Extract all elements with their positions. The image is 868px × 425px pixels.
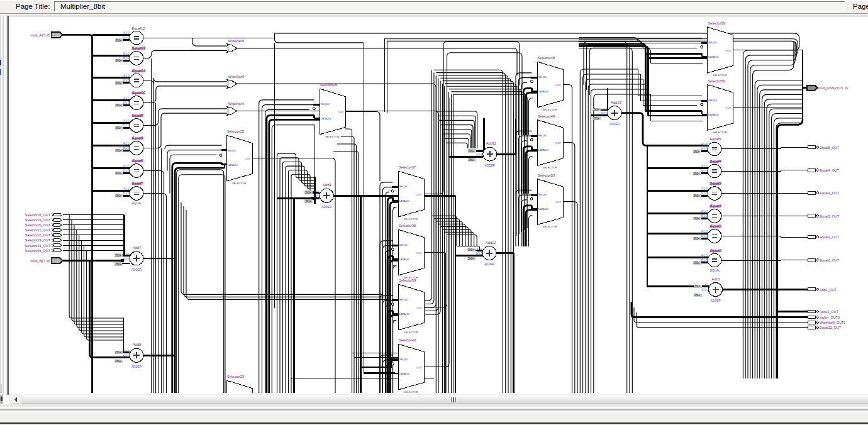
svg-text:SELECTOR: SELECTOR	[713, 131, 728, 134]
svg-text:2'h1+: 2'h1+	[116, 194, 122, 197]
svg-text:SEL(3:0: SEL(3:0	[399, 358, 409, 361]
svg-text:SELECTOR: SELECTOR	[232, 182, 247, 185]
svg-text:DATA(3:0: DATA(3:0	[321, 117, 331, 120]
svg-text:Selector19_OUT: Selector19_OUT	[25, 218, 51, 222]
svg-text:OUT: OUT	[416, 306, 423, 309]
svg-text:xight~_OUT0: xight~_OUT0	[820, 316, 840, 319]
svg-text:Add12: Add12	[486, 241, 496, 245]
svg-text:8(1:0: 8(1:0	[701, 192, 708, 195]
svg-text:4(1:0: 4(1:0	[701, 230, 708, 233]
svg-text:8(1:0: 8(1:0	[123, 192, 130, 195]
svg-text:DATA(3:0: DATA(3:0	[708, 55, 719, 58]
svg-text:4(1:0: 4(1:0	[123, 119, 130, 123]
svg-text:2'h1+: 2'h1+	[115, 254, 121, 257]
svg-text:Selector25_OUT: Selector25_OUT	[25, 249, 51, 253]
svg-text:Equal2_OUT: Equal2_OUT	[820, 214, 840, 218]
svg-text:Page Title:: Page Title:	[16, 3, 50, 10]
svg-text:4(1:0: 4(1:0	[123, 97, 130, 100]
svg-text:Equal6: Equal6	[131, 159, 143, 163]
svg-text:DATA(3:0: DATA(3:0	[538, 90, 549, 93]
svg-text:8(1:0: 8(1:0	[701, 170, 708, 173]
svg-text:EQUAL: EQUAL	[132, 202, 142, 205]
svg-text:4(1:0: 4(1:0	[701, 143, 708, 146]
svg-text:mult_A(7..0): mult_A(7..0)	[30, 33, 50, 37]
svg-text:8(1:0: 8(1:0	[701, 235, 708, 238]
svg-text:Selector53: Selector53	[538, 174, 555, 177]
svg-text:ADDER: ADDER	[609, 123, 620, 126]
svg-text:8(3:0: 8(3:0	[476, 252, 482, 255]
svg-text:4(1:0: 4(1:0	[701, 187, 708, 190]
svg-text:2'h1+: 2'h1+	[593, 117, 599, 120]
svg-text:2'h1+: 2'h1+	[116, 104, 122, 107]
svg-text:Equal0_OUT: Equal0_OUT	[820, 258, 840, 262]
svg-text:2'h1+: 2'h1+	[469, 158, 475, 162]
svg-text:2'h1+: 2'h1+	[694, 217, 700, 220]
svg-text:2'h1+: 2'h1+	[116, 172, 122, 175]
svg-text:SEL(3:0: SEL(3:0	[708, 99, 718, 102]
svg-text:Add7: Add7	[133, 246, 141, 250]
svg-text:SELECTOR: SELECTOR	[543, 225, 557, 228]
svg-text:Selector26: Selector26	[320, 83, 337, 87]
svg-text:8(3:0: 8(3:0	[476, 153, 483, 157]
svg-text:SEL(3:0: SEL(3:0	[228, 149, 237, 152]
svg-text:2'h1+: 2'h1+	[469, 150, 475, 153]
svg-text:8(1:0: 8(1:0	[123, 79, 130, 82]
svg-text:2'h1+: 2'h1+	[468, 257, 474, 260]
svg-text:8(1:0: 8(1:0	[701, 214, 708, 218]
svg-text:2'h1+: 2'h1+	[115, 360, 121, 363]
svg-text:Add8: Add8	[133, 343, 141, 346]
svg-text:4(1:0: 4(1:0	[123, 142, 130, 145]
svg-text:SEL(3:0: SEL(3:0	[321, 102, 330, 106]
svg-text:DATA(3:0: DATA(3:0	[228, 163, 238, 167]
svg-text:WideNor5: WideNor5	[228, 75, 244, 79]
svg-text:8(1:0: 8(1:0	[123, 169, 130, 172]
svg-text:DATA(3:0: DATA(3:0	[399, 312, 410, 316]
svg-text:SELECTOR: SELECTOR	[404, 390, 418, 394]
svg-text:ADDER: ADDER	[321, 206, 332, 209]
svg-text:SELECTOR: SELECTOR	[404, 218, 418, 221]
svg-text:2'h1+: 2'h1+	[116, 149, 122, 152]
svg-text:Selector24_OUT: Selector24_OUT	[25, 244, 51, 248]
svg-text:8(3:0: 8(3:0	[702, 289, 709, 292]
svg-text:DATA(3:0: DATA(3:0	[399, 372, 410, 375]
svg-text:Add11: Add11	[486, 141, 496, 145]
svg-text:2'h1+: 2'h1+	[694, 237, 700, 240]
svg-text:EQUAL: EQUAL	[710, 269, 720, 272]
svg-text:OUT: OUT	[555, 141, 562, 145]
svg-text:Equal7: Equal7	[131, 182, 143, 185]
svg-text:Equal8: Equal8	[131, 114, 143, 118]
svg-text:2'h1+: 2'h1+	[694, 150, 700, 153]
svg-text:WideNor4: WideNor4	[228, 102, 244, 106]
svg-text:SEL(3:0: SEL(3:0	[399, 243, 409, 246]
svg-text:8(3:0: 8(3:0	[313, 195, 320, 198]
svg-text:DATA(3:0: DATA(3:0	[399, 258, 410, 261]
svg-text:2'h1+: 2'h1+	[116, 126, 122, 130]
svg-text:DATA(3:0: DATA(3:0	[399, 199, 410, 202]
svg-text:Selector49: Selector49	[538, 114, 555, 118]
svg-text:4(1:0: 4(1:0	[123, 165, 130, 168]
svg-text:Equal3: Equal3	[709, 182, 721, 185]
svg-text:Selector18_OUT: Selector18_OUT	[25, 213, 51, 217]
svg-text:Selector20_OUT: Selector20_OUT	[25, 223, 51, 227]
svg-text:DATA(3:0: DATA(3:0	[538, 207, 549, 211]
svg-text:ADDER: ADDER	[711, 299, 721, 302]
svg-text:2'h1+: 2'h1+	[694, 285, 701, 288]
svg-text:Equal5: Equal5	[710, 137, 721, 141]
svg-text:2'h1+: 2'h1+	[116, 39, 122, 42]
svg-text:Selector22_OUT: Selector22_OUT	[25, 233, 51, 237]
svg-text:8(3:0: 8(3:0	[123, 258, 130, 261]
svg-text:2'h1+: 2'h1+	[468, 248, 474, 251]
svg-text:2'h1+: 2'h1+	[694, 194, 700, 197]
svg-text:8(1:0: 8(1:0	[123, 57, 130, 60]
svg-text:mult_product(15..0): mult_product(15..0)	[818, 86, 848, 90]
svg-text:Equal10: Equal10	[131, 69, 145, 73]
svg-text:Selector25: Selector25	[227, 130, 244, 133]
svg-text:2'h1+: 2'h1+	[116, 82, 122, 85]
svg-text:2'h1+: 2'h1+	[694, 294, 701, 297]
svg-text:4(1:0: 4(1:0	[123, 74, 130, 77]
svg-text:ADDER: ADDER	[131, 268, 142, 272]
svg-text:Equal4: Equal4	[709, 160, 721, 163]
svg-text:Equal13: Equal13	[131, 47, 145, 50]
svg-text:OUT: OUT	[555, 84, 562, 87]
svg-text:Equal4_OUT: Equal4_OUT	[820, 168, 840, 172]
